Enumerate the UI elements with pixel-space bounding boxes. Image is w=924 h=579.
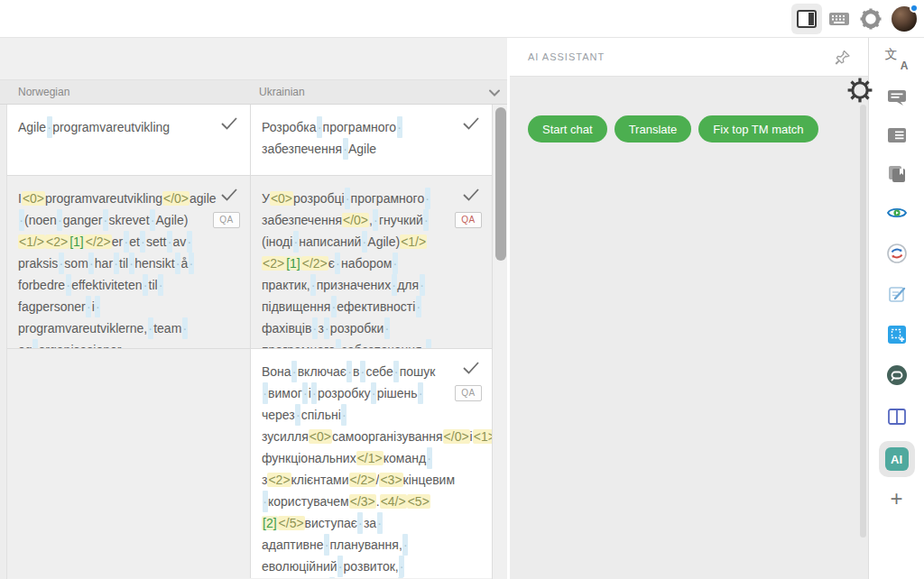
confirmed-check-icon[interactable] — [461, 360, 481, 376]
ai-assistant-icon[interactable]: AI — [879, 441, 915, 477]
settings-gear-icon[interactable] — [859, 7, 882, 31]
source-language-label: Norwegian — [18, 80, 69, 104]
ai-settings-gear-icon[interactable] — [847, 78, 873, 103]
ai-assistant-header: AI ASSISTANT — [510, 38, 868, 77]
notification-dot — [910, 4, 919, 13]
column-header-row: Norwegian Ukrainian — [0, 79, 507, 105]
segment-row: Agile·programvareutvikling Розробка·прог… — [7, 105, 492, 176]
editor-scrollbar-thumb[interactable] — [495, 107, 506, 261]
fix-top-tm-match-button[interactable]: Fix top TM match — [698, 115, 818, 142]
segment-margin-strip — [0, 105, 7, 579]
confirmed-check-icon[interactable] — [219, 115, 239, 132]
screenshot-icon[interactable] — [885, 323, 909, 346]
app-window: Norwegian Ukrainian Agile·programvareutv… — [0, 0, 924, 579]
ai-assistant-panel: AI ASSISTANT Start chat Translate Fix to… — [510, 38, 868, 579]
top-bar — [0, 0, 924, 38]
segment-table: Agile·programvareutvikling Розробка·прог… — [7, 105, 492, 579]
ai-badge: AI — [885, 447, 909, 471]
translate-button[interactable]: Translate — [614, 115, 692, 142]
segment-card-icon[interactable] — [885, 124, 909, 147]
target-segment-cell[interactable]: Розробка·програмного·забезпечення·Agile — [250, 105, 492, 175]
segment-row: I<0>programvareutvikling</0>agile·(noen·… — [7, 176, 492, 349]
preview-icon[interactable] — [885, 201, 909, 225]
ai-quick-actions: Start chat Translate Fix top TM match — [528, 115, 818, 142]
confirmed-check-icon[interactable] — [461, 115, 481, 132]
segment-row: Вона·включає·в·себе·пошук·вимог·і·розроб… — [7, 349, 492, 578]
add-icon[interactable]: + — [885, 487, 909, 510]
revisions-icon[interactable] — [885, 242, 909, 265]
avatar[interactable] — [892, 6, 917, 32]
qa-badge[interactable]: QA — [455, 385, 482, 401]
source-segment-cell[interactable] — [7, 349, 250, 578]
translation-editor: Norwegian Ukrainian Agile·programvareutv… — [0, 38, 507, 579]
translation-memory-icon[interactable] — [885, 162, 909, 186]
notes-icon[interactable] — [885, 282, 909, 306]
source-segment-text: I<0>programvareutvikling</0>agile·(noen·… — [18, 188, 199, 348]
target-segment-text: Вона·включає·в·себе·пошук·вимог·і·розроб… — [262, 361, 441, 578]
panel-layout-glyph — [796, 9, 818, 29]
panel-layout-icon[interactable] — [791, 4, 822, 34]
source-segment-cell[interactable]: I<0>programvareutvikling</0>agile·(noen·… — [7, 176, 250, 348]
confirmed-check-icon[interactable] — [461, 187, 481, 203]
editor-scrollbar[interactable] — [492, 105, 507, 579]
ai-assistant-title: AI ASSISTANT — [528, 38, 605, 77]
start-chat-button[interactable]: Start chat — [528, 115, 607, 142]
confirmed-check-icon[interactable] — [219, 187, 239, 203]
translate-icon[interactable]: 文A — [885, 48, 909, 71]
target-segment-text: У<0>розробці·програмного·забезпечення</0… — [262, 188, 441, 348]
qa-badge[interactable]: QA — [213, 212, 240, 228]
target-segment-cell[interactable]: У<0>розробці·програмного·забезпечення</0… — [250, 176, 492, 348]
keyboard-icon[interactable] — [827, 8, 852, 30]
target-language-label: Ukrainian — [259, 80, 305, 104]
ai-panel-scrollbar[interactable] — [860, 105, 866, 538]
split-view-icon[interactable] — [885, 405, 909, 428]
source-segment-cell[interactable]: Agile·programvareutvikling — [7, 105, 250, 175]
qa-badge[interactable]: QA — [455, 212, 482, 228]
target-segment-text: Розробка·програмного·забезпечення·Agile — [262, 116, 441, 160]
tools-sidebar: 文A — [868, 38, 924, 579]
target-segment-cell[interactable]: Вона·включає·в·себе·пошук·вимог·і·розроб… — [250, 349, 492, 578]
glossary-icon[interactable] — [885, 363, 909, 387]
chevron-down-icon[interactable] — [487, 86, 502, 100]
comments-icon[interactable] — [885, 86, 909, 109]
source-segment-text: Agile·programvareutvikling — [18, 116, 199, 138]
pin-icon[interactable] — [834, 49, 852, 67]
